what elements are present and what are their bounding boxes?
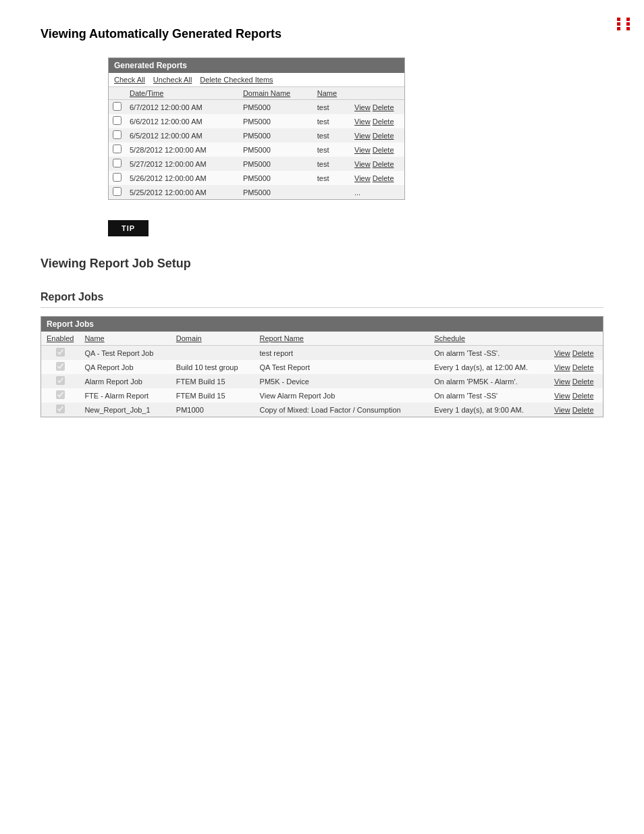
actions-col-header <box>350 87 404 100</box>
row-actions: View Delete <box>350 100 404 115</box>
uncheck-all-link[interactable]: Uncheck All <box>153 76 192 84</box>
row-domain: PM5000 <box>239 185 313 199</box>
check-all-link[interactable]: Check All <box>114 76 145 84</box>
row-checkbox[interactable] <box>113 145 122 153</box>
rj-report-name: PM5K - Device <box>254 374 429 388</box>
delete-link[interactable]: Delete <box>373 103 394 111</box>
view-link[interactable]: View <box>554 349 570 357</box>
table-row: QA Report JobBuild 10 test groupQA Test … <box>41 360 603 374</box>
section1-title: Viewing Automatically Generated Reports <box>41 27 603 41</box>
table-row: 5/27/2012 12:00:00 AMPM5000testView Dele… <box>109 157 404 171</box>
row-checkbox[interactable] <box>113 102 122 111</box>
report-jobs-table: Enabled Name Domain Report Name Schedule… <box>41 332 603 417</box>
delete-link[interactable]: Delete <box>572 377 594 386</box>
delete-link[interactable]: Delete <box>373 132 394 140</box>
delete-link[interactable]: Delete <box>572 349 594 357</box>
name-col-header: Name <box>79 332 170 346</box>
generated-reports-container: Generated Reports Check All Uncheck All … <box>108 57 405 200</box>
view-link[interactable]: View <box>354 146 371 154</box>
view-link[interactable]: View <box>354 132 371 140</box>
rj-report-name: QA Test Report <box>254 360 429 374</box>
view-link[interactable]: View <box>554 377 570 386</box>
view-link[interactable]: View <box>554 363 570 371</box>
row-domain: PM5000 <box>239 142 313 157</box>
view-link[interactable]: View <box>354 103 371 111</box>
rj-row-actions: View Delete <box>549 374 603 388</box>
report-jobs-header: Report Jobs <box>41 317 603 332</box>
row-domain: PM5000 <box>239 128 313 142</box>
row-name: test <box>313 142 350 157</box>
row-checkbox[interactable] <box>113 116 122 125</box>
row-datetime: 5/27/2012 12:00:00 AM <box>126 157 239 171</box>
row-name: test <box>313 114 350 128</box>
view-link[interactable]: View <box>554 392 570 400</box>
generated-reports-header: Generated Reports <box>109 58 404 73</box>
report-jobs-heading: Report Jobs <box>41 291 603 308</box>
rj-report-name: View Alarm Report Job <box>254 388 429 402</box>
row-domain: PM5000 <box>239 114 313 128</box>
row-checkbox[interactable] <box>113 187 122 196</box>
row-actions: View Delete <box>350 171 404 185</box>
view-link[interactable]: View <box>354 174 371 182</box>
domain-col-header[interactable]: Domain Name <box>239 87 313 100</box>
row-domain: PM5000 <box>239 171 313 185</box>
name-col-header[interactable]: Name <box>313 87 350 100</box>
row-actions: View Delete <box>350 114 404 128</box>
enabled-checkbox <box>56 376 65 385</box>
generated-reports-table: Date/Time Domain Name Name 6/7/2012 12:0… <box>109 87 404 199</box>
report-name-col-header: Report Name <box>254 332 429 346</box>
rj-schedule: On alarm 'Test -SS' <box>429 388 549 402</box>
view-link[interactable]: View <box>554 406 570 414</box>
row-actions: ... <box>350 185 404 199</box>
view-link[interactable]: View <box>354 118 371 126</box>
table-row: Alarm Report JobFTEM Build 15PM5K - Devi… <box>41 374 603 388</box>
row-checkbox[interactable] <box>113 159 122 167</box>
grid-dot <box>617 27 620 30</box>
delete-link[interactable]: Delete <box>373 146 394 154</box>
row-checkbox[interactable] <box>113 173 122 182</box>
rj-row-actions: View Delete <box>549 402 603 417</box>
delete-link[interactable]: Delete <box>373 160 394 168</box>
delete-link[interactable]: Delete <box>572 406 594 414</box>
table-row: 6/6/2012 12:00:00 AMPM5000testView Delet… <box>109 114 404 128</box>
delete-checked-link[interactable]: Delete Checked Items <box>200 76 273 84</box>
datetime-col-header[interactable]: Date/Time <box>126 87 239 100</box>
row-datetime: 6/5/2012 12:00:00 AM <box>126 128 239 142</box>
grid-dot <box>626 18 630 21</box>
rj-row-actions: View Delete <box>549 360 603 374</box>
row-actions: View Delete <box>350 142 404 157</box>
enabled-cell <box>41 388 79 402</box>
enabled-checkbox <box>56 348 65 357</box>
rj-header-row: Enabled Name Domain Report Name Schedule <box>41 332 603 346</box>
rj-name: QA - Test Report Job <box>79 346 170 361</box>
rj-name: New_Report_Job_1 <box>79 402 170 417</box>
delete-link[interactable]: Delete <box>373 118 394 126</box>
table-row: FTE - Alarm ReportFTEM Build 15View Alar… <box>41 388 603 402</box>
table-row: QA - Test Report Jobtest reportOn alarm … <box>41 346 603 361</box>
rj-domain <box>171 346 254 361</box>
enabled-cell <box>41 346 79 361</box>
row-checkbox[interactable] <box>113 130 122 139</box>
domain-col-header: Domain <box>171 332 254 346</box>
delete-link[interactable]: Delete <box>572 392 594 400</box>
grid-dot <box>626 22 630 26</box>
rj-name: QA Report Job <box>79 360 170 374</box>
table-row: 5/25/2012 12:00:00 AMPM5000... <box>109 185 404 199</box>
tip-button[interactable]: TIP <box>108 220 149 236</box>
rj-report-name: test report <box>254 346 429 361</box>
rj-domain: FTEM Build 15 <box>171 374 254 388</box>
enabled-checkbox <box>56 390 65 399</box>
table-row: 6/7/2012 12:00:00 AMPM5000testView Delet… <box>109 100 404 115</box>
view-link[interactable]: View <box>354 160 371 168</box>
row-domain: PM5000 <box>239 100 313 115</box>
report-jobs-table-container: Report Jobs Enabled Name Domain Report N… <box>41 316 603 417</box>
rj-domain: Build 10 test group <box>171 360 254 374</box>
section2-title: Viewing Report Job Setup <box>41 257 603 271</box>
row-domain: PM5000 <box>239 157 313 171</box>
table-row: New_Report_Job_1PM1000Copy of Mixed: Loa… <box>41 402 603 417</box>
delete-link[interactable]: Delete <box>572 363 594 371</box>
rj-name: Alarm Report Job <box>79 374 170 388</box>
grid-dot <box>617 18 620 21</box>
rj-schedule: On alarm 'Test -SS'. <box>429 346 549 361</box>
delete-link[interactable]: Delete <box>373 174 394 182</box>
